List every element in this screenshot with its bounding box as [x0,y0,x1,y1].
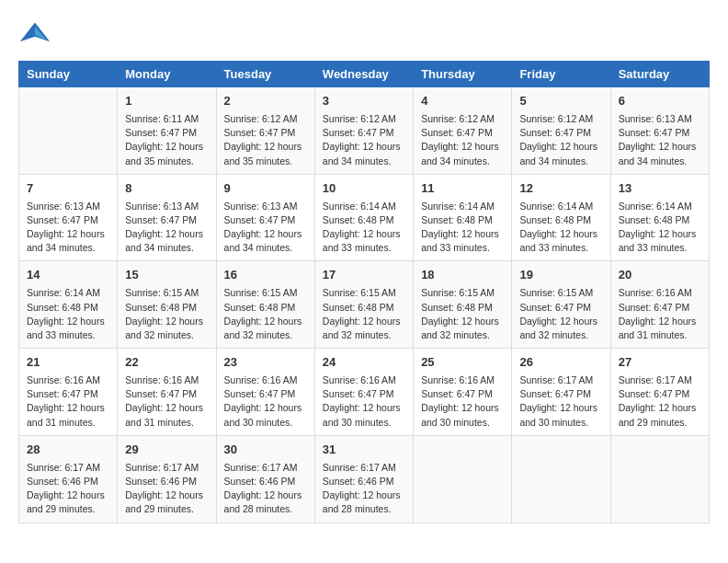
calendar-cell: 18Sunrise: 6:15 AM Sunset: 6:48 PM Dayli… [414,261,512,349]
column-header-thursday: Thursday [414,62,512,87]
day-info: Sunrise: 6:15 AM Sunset: 6:48 PM Dayligh… [323,286,405,342]
calendar-cell [19,87,118,175]
column-header-saturday: Saturday [610,62,709,87]
day-number: 11 [421,180,504,198]
day-number: 26 [519,354,602,372]
calendar-cell: 31Sunrise: 6:17 AM Sunset: 6:46 PM Dayli… [314,435,413,523]
header-row: SundayMondayTuesdayWednesdayThursdayFrid… [19,62,710,87]
day-info: Sunrise: 6:14 AM Sunset: 6:48 PM Dayligh… [421,200,504,256]
calendar-cell [512,435,610,523]
day-info: Sunrise: 6:13 AM Sunset: 6:47 PM Dayligh… [224,200,307,256]
calendar-cell: 10Sunrise: 6:14 AM Sunset: 6:48 PM Dayli… [314,174,413,261]
day-number: 13 [619,180,701,198]
calendar-cell: 20Sunrise: 6:16 AM Sunset: 6:47 PM Dayli… [610,261,709,349]
day-info: Sunrise: 6:14 AM Sunset: 6:48 PM Dayligh… [323,200,405,256]
day-info: Sunrise: 6:11 AM Sunset: 6:47 PM Dayligh… [125,112,208,168]
day-info: Sunrise: 6:17 AM Sunset: 6:46 PM Dayligh… [323,461,405,517]
day-info: Sunrise: 6:13 AM Sunset: 6:47 PM Dayligh… [125,200,208,256]
day-info: Sunrise: 6:17 AM Sunset: 6:46 PM Dayligh… [224,461,307,517]
day-number: 17 [323,267,405,284]
logo [18,18,57,52]
day-info: Sunrise: 6:12 AM Sunset: 6:47 PM Dayligh… [421,112,504,168]
day-info: Sunrise: 6:17 AM Sunset: 6:46 PM Dayligh… [125,461,208,517]
day-number: 24 [323,354,405,372]
day-number: 22 [125,354,208,372]
calendar-cell: 23Sunrise: 6:16 AM Sunset: 6:47 PM Dayli… [216,349,314,436]
calendar-week-5: 28Sunrise: 6:17 AM Sunset: 6:46 PM Dayli… [19,435,710,523]
calendar-cell: 17Sunrise: 6:15 AM Sunset: 6:48 PM Dayli… [314,261,413,349]
calendar-cell: 19Sunrise: 6:15 AM Sunset: 6:47 PM Dayli… [512,261,610,349]
calendar-cell: 25Sunrise: 6:16 AM Sunset: 6:47 PM Dayli… [414,349,512,436]
column-header-monday: Monday [118,62,216,87]
day-info: Sunrise: 6:15 AM Sunset: 6:47 PM Dayligh… [519,286,602,342]
calendar-cell: 12Sunrise: 6:14 AM Sunset: 6:48 PM Dayli… [512,174,610,261]
day-number: 28 [27,442,109,459]
calendar-week-4: 21Sunrise: 6:16 AM Sunset: 6:47 PM Dayli… [19,349,710,436]
day-info: Sunrise: 6:17 AM Sunset: 6:46 PM Dayligh… [27,461,109,517]
calendar-cell: 9Sunrise: 6:13 AM Sunset: 6:47 PM Daylig… [216,174,314,261]
calendar-cell: 29Sunrise: 6:17 AM Sunset: 6:46 PM Dayli… [118,435,216,523]
day-number: 10 [323,180,405,198]
day-number: 27 [619,354,701,372]
calendar-cell: 28Sunrise: 6:17 AM Sunset: 6:46 PM Dayli… [19,435,118,523]
day-number: 16 [224,267,307,284]
calendar-cell [414,435,512,523]
calendar-cell: 30Sunrise: 6:17 AM Sunset: 6:46 PM Dayli… [216,435,314,523]
calendar-week-3: 14Sunrise: 6:14 AM Sunset: 6:48 PM Dayli… [19,261,710,349]
calendar-cell: 8Sunrise: 6:13 AM Sunset: 6:47 PM Daylig… [118,174,216,261]
day-number: 6 [619,93,701,110]
day-info: Sunrise: 6:12 AM Sunset: 6:47 PM Dayligh… [519,112,602,168]
day-number: 23 [224,354,307,372]
day-info: Sunrise: 6:16 AM Sunset: 6:47 PM Dayligh… [323,373,405,430]
column-header-friday: Friday [512,62,610,87]
calendar-cell: 6Sunrise: 6:13 AM Sunset: 6:47 PM Daylig… [610,87,709,175]
calendar-cell [610,435,709,523]
day-info: Sunrise: 6:16 AM Sunset: 6:47 PM Dayligh… [224,373,307,430]
calendar-table: SundayMondayTuesdayWednesdayThursdayFrid… [18,61,710,523]
calendar-cell: 5Sunrise: 6:12 AM Sunset: 6:47 PM Daylig… [512,87,610,175]
calendar-cell: 4Sunrise: 6:12 AM Sunset: 6:47 PM Daylig… [414,87,512,175]
day-info: Sunrise: 6:16 AM Sunset: 6:47 PM Dayligh… [619,286,701,342]
calendar-cell: 15Sunrise: 6:15 AM Sunset: 6:48 PM Dayli… [118,261,216,349]
calendar-cell: 1Sunrise: 6:11 AM Sunset: 6:47 PM Daylig… [118,87,216,175]
day-number: 4 [421,93,504,110]
column-header-sunday: Sunday [19,62,118,87]
calendar-cell: 7Sunrise: 6:13 AM Sunset: 6:47 PM Daylig… [19,174,118,261]
calendar-cell: 11Sunrise: 6:14 AM Sunset: 6:48 PM Dayli… [414,174,512,261]
day-info: Sunrise: 6:15 AM Sunset: 6:48 PM Dayligh… [125,286,208,342]
calendar-cell: 22Sunrise: 6:16 AM Sunset: 6:47 PM Dayli… [118,349,216,436]
calendar-cell: 2Sunrise: 6:12 AM Sunset: 6:47 PM Daylig… [216,87,314,175]
calendar-week-2: 7Sunrise: 6:13 AM Sunset: 6:47 PM Daylig… [19,174,710,261]
logo-icon [18,18,51,52]
day-info: Sunrise: 6:14 AM Sunset: 6:48 PM Dayligh… [27,286,109,342]
calendar-cell: 3Sunrise: 6:12 AM Sunset: 6:47 PM Daylig… [314,87,413,175]
day-info: Sunrise: 6:15 AM Sunset: 6:48 PM Dayligh… [224,286,307,342]
day-number: 25 [421,354,504,372]
day-info: Sunrise: 6:12 AM Sunset: 6:47 PM Dayligh… [224,112,307,168]
column-header-tuesday: Tuesday [216,62,314,87]
calendar-cell: 16Sunrise: 6:15 AM Sunset: 6:48 PM Dayli… [216,261,314,349]
calendar-cell: 26Sunrise: 6:17 AM Sunset: 6:47 PM Dayli… [512,349,610,436]
calendar-cell: 13Sunrise: 6:14 AM Sunset: 6:48 PM Dayli… [610,174,709,261]
day-number: 1 [125,93,208,110]
calendar-header: SundayMondayTuesdayWednesdayThursdayFrid… [19,62,710,87]
calendar-body: 1Sunrise: 6:11 AM Sunset: 6:47 PM Daylig… [19,87,710,523]
day-number: 31 [323,442,405,459]
day-number: 18 [421,267,504,284]
day-number: 12 [519,180,602,198]
day-number: 2 [224,93,307,110]
day-info: Sunrise: 6:16 AM Sunset: 6:47 PM Dayligh… [27,373,109,430]
day-info: Sunrise: 6:14 AM Sunset: 6:48 PM Dayligh… [519,200,602,256]
day-number: 19 [519,267,602,284]
calendar-week-1: 1Sunrise: 6:11 AM Sunset: 6:47 PM Daylig… [19,87,710,175]
day-info: Sunrise: 6:17 AM Sunset: 6:47 PM Dayligh… [619,373,701,430]
day-number: 29 [125,442,208,459]
day-info: Sunrise: 6:16 AM Sunset: 6:47 PM Dayligh… [421,373,504,430]
day-info: Sunrise: 6:17 AM Sunset: 6:47 PM Dayligh… [519,373,602,430]
day-number: 30 [224,442,307,459]
day-number: 14 [27,267,109,284]
day-number: 7 [27,180,109,198]
day-info: Sunrise: 6:16 AM Sunset: 6:47 PM Dayligh… [125,373,208,430]
day-number: 15 [125,267,208,284]
day-info: Sunrise: 6:12 AM Sunset: 6:47 PM Dayligh… [323,112,405,168]
